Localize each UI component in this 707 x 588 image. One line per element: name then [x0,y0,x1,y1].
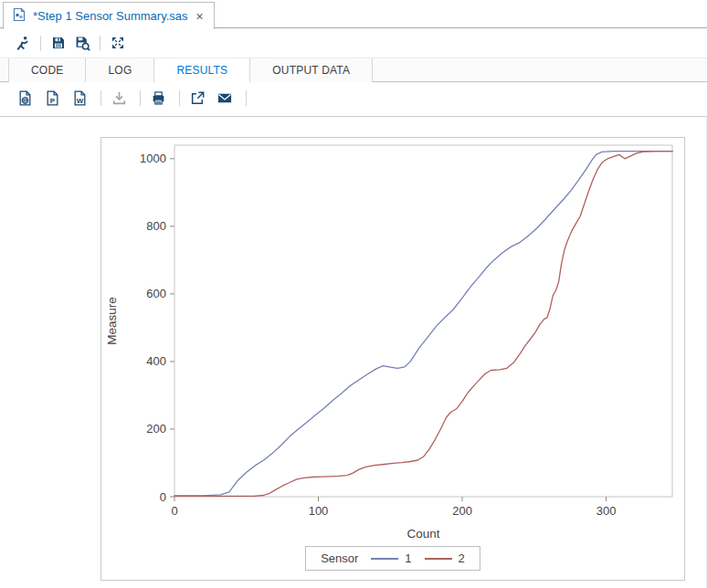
svg-text:0: 0 [171,504,177,518]
chart-legend: Sensor 1 2 [305,546,480,571]
toolbar-separator [100,36,100,51]
svg-text:400: 400 [146,354,166,368]
tab-code[interactable]: CODE [8,58,86,82]
download-html-icon [17,90,33,106]
results-content: 010020030002004006008001000CountMeasure … [0,117,707,588]
svg-text:Count: Count [406,527,439,541]
maximize-button[interactable] [106,32,130,54]
download-pdf-icon: P [45,90,60,106]
tab-log[interactable]: LOG [86,58,154,82]
download-icon [111,90,127,106]
series-2-line-swatch [425,558,452,560]
legend-title: Sensor [321,551,358,565]
download-pdf-button[interactable]: P [40,88,64,110]
tab-close-icon[interactable]: × [195,10,206,23]
sas-program-file-icon [12,7,26,26]
download-html-button[interactable] [13,88,37,110]
maximize-icon [111,36,125,50]
chart-svg: 010020030002004006008001000CountMeasure [101,138,684,544]
open-in-new-tab-icon [190,90,206,106]
run-icon [16,36,31,51]
svg-text:200: 200 [146,422,166,436]
toolbar-separator [179,90,180,106]
results-toolbar: P W [0,83,707,113]
email-button[interactable] [213,88,237,110]
download-rtf-button[interactable]: W [68,88,91,110]
chart-panel: 010020030002004006008001000CountMeasure … [100,137,685,581]
toolbar-separator [100,90,101,106]
svg-text:200: 200 [452,504,472,518]
editor-tab[interactable]: *Step 1 Sensor Summary.sas × [3,2,215,29]
svg-text:100: 100 [309,504,329,518]
print-icon [151,90,166,106]
toolbar-separator [40,36,41,51]
tab-title: *Step 1 Sensor Summary.sas [33,9,188,23]
download-rtf-icon: W [72,90,88,106]
svg-text:0: 0 [160,490,166,504]
svg-text:1000: 1000 [140,152,166,165]
save-button[interactable] [47,32,70,54]
svg-text:600: 600 [146,287,166,300]
save-as-button[interactable] [70,32,94,54]
open-in-new-tab-button[interactable] [185,88,209,110]
tab-output-data[interactable]: OUTPUT DATA [250,58,373,82]
series-1-label: 1 [405,551,411,565]
tab-results[interactable]: RESULTS [154,58,250,82]
series-1-line-swatch [371,558,398,560]
email-icon [216,90,233,106]
svg-text:300: 300 [596,504,617,518]
legend-entry-series-1: 1 [371,551,411,565]
view-tabs: CODE LOG RESULTS OUTPUT DATA [0,58,707,82]
editor-tab-bar: *Step 1 Sensor Summary.sas × [0,0,707,28]
legend-entry-series-2: 2 [425,551,465,565]
save-icon [51,36,66,50]
toolbar-separator [246,90,247,106]
toolbar-separator [140,90,141,106]
print-button[interactable] [146,88,170,110]
svg-text:W: W [76,97,83,105]
main-toolbar [0,29,707,57]
svg-text:800: 800 [146,219,166,233]
chart-legend-row: Sensor 1 2 [101,546,684,571]
save-as-icon [75,36,90,51]
series-2-label: 2 [459,551,465,565]
run-button[interactable] [11,32,35,54]
sas-studio-window: *Step 1 Sensor Summary.sas × [0,0,707,588]
svg-text:Measure: Measure [105,297,119,345]
download-button [107,88,131,110]
svg-text:P: P [49,97,55,105]
